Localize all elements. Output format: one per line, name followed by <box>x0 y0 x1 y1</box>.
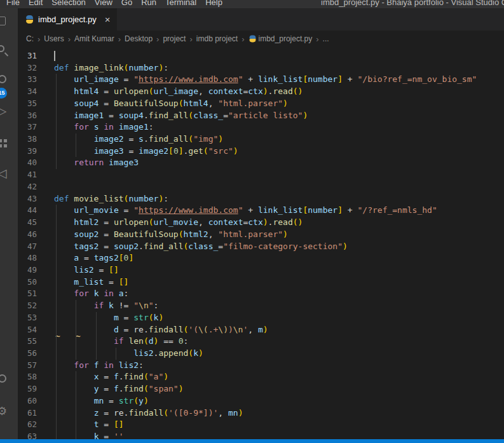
code-line-56[interactable]: 56 lis2.append(k) <box>18 348 504 360</box>
code-content: html2 = urlopen(url_movie, context=ctx).… <box>54 217 504 229</box>
menu-run[interactable]: Run <box>141 0 156 8</box>
breadcrumb-item[interactable]: Amit Kumar <box>74 34 114 43</box>
line-number: 44 <box>18 205 54 217</box>
code-line-60[interactable]: 60 mn = str(y) <box>18 395 504 407</box>
account-icon[interactable] <box>0 372 10 387</box>
code-editor[interactable]: 3132def image_link(number):33 url_image … <box>18 47 504 439</box>
breadcrumb-item[interactable]: Users <box>44 34 64 43</box>
indent-guide <box>96 348 97 360</box>
code-line-54[interactable]: 54 d = re.findall('(\(.+\))\n', m)~~ <box>18 324 504 336</box>
line-number: 40 <box>18 157 54 169</box>
indent-guide <box>76 336 76 348</box>
menu-selection[interactable]: Selection <box>51 0 85 8</box>
tab-close-icon[interactable]: × <box>105 15 111 24</box>
code-line-41[interactable]: 41 <box>18 169 504 181</box>
code-content: k = '' <box>54 431 504 439</box>
code-line-63[interactable]: 63 k = '' <box>18 431 504 439</box>
indent-guide <box>56 86 57 98</box>
code-line-44[interactable]: 44 url_movie = "https://www.imdb.com" + … <box>18 205 504 217</box>
breadcrumb-separator-icon: › <box>68 34 71 44</box>
code-content: if len(d) == 0: <box>54 336 504 348</box>
menu-edit[interactable]: Edit <box>29 0 43 8</box>
line-number: 45 <box>18 217 54 229</box>
extensions-icon[interactable] <box>0 135 10 150</box>
tab-imbd-project[interactable]: imbd_project.py × <box>18 8 117 31</box>
code-line-38[interactable]: 38 image2 = s.find_all("img") <box>18 133 504 146</box>
code-line-31[interactable]: 31 <box>18 50 504 62</box>
breadcrumb-item[interactable]: C: <box>26 34 34 43</box>
code-line-40[interactable]: 40 return image3 <box>18 157 504 169</box>
code-line-39[interactable]: 39 image3 = image2[0].get("src") <box>18 146 504 158</box>
code-line-47[interactable]: 47 tags2 = soup2.find_all(class_="filmo-… <box>18 241 504 253</box>
code-content: def movie_list(number): <box>54 193 504 205</box>
code-line-57[interactable]: 57 for f in lis2: <box>18 360 504 372</box>
indent-guide <box>76 348 76 360</box>
code-content: image3 = image2[0].get("src") <box>54 146 504 158</box>
indent-guide <box>76 133 76 146</box>
code-line-46[interactable]: 46 soup2 = BeautifulSoup(html2, "html.pa… <box>18 229 504 241</box>
line-number: 58 <box>18 371 54 383</box>
breadcrumb-item[interactable]: Desktop <box>125 34 153 43</box>
line-number: 41 <box>18 169 54 181</box>
settings-gear-icon[interactable]: ⚙ <box>0 404 10 419</box>
code-content: m_list = [] <box>54 276 504 289</box>
code-content: mn = str(y) <box>54 395 504 407</box>
indent-guide <box>56 133 57 146</box>
code-line-34[interactable]: 34 html4 = urlopen(url_image, context=ct… <box>18 86 504 98</box>
line-number: 50 <box>18 276 54 289</box>
status-bar <box>0 439 504 443</box>
menu-terminal[interactable]: Terminal <box>165 0 196 8</box>
code-line-32[interactable]: 32def image_link(number): <box>18 62 504 74</box>
indent-guide <box>76 419 76 431</box>
title-bar: FileEditSelectionViewGoRunTerminalHelp i… <box>0 0 504 8</box>
code-line-33[interactable]: 33 url_image = "https://www.imdb.com" + … <box>18 74 504 86</box>
code-content: y = f.find("span") <box>54 383 504 395</box>
breadcrumb-item[interactable]: imdb project <box>196 34 238 43</box>
menu-go[interactable]: Go <box>121 0 132 8</box>
code-content: image1 = soup4.find_all(class_="article … <box>54 110 504 122</box>
breadcrumb-item[interactable]: imbd_project.py <box>249 34 313 43</box>
breadcrumb-item[interactable]: project <box>163 34 186 43</box>
code-line-62[interactable]: 62 t = [] <box>18 419 504 431</box>
code-line-52[interactable]: 52 if k != "\n": <box>18 300 504 312</box>
line-number: 51 <box>18 288 54 300</box>
menu-view[interactable]: View <box>95 0 112 8</box>
line-number: 52 <box>18 300 54 312</box>
line-number: 43 <box>18 193 54 205</box>
indent-guide <box>76 312 76 324</box>
indent-guide <box>56 157 57 169</box>
editor-group: imbd_project.py × C:›Users›Amit Kumar›De… <box>18 8 504 439</box>
remote-icon[interactable]: ◁ <box>0 166 10 181</box>
menu-help[interactable]: Help <box>205 0 222 8</box>
code-line-50[interactable]: 50 m_list = [] <box>18 276 504 289</box>
code-line-48[interactable]: 48 a = tags2[0] <box>18 252 504 264</box>
code-line-61[interactable]: 61 z = re.findall('([0-9*])', mn) <box>18 407 504 419</box>
menu-file[interactable]: File <box>6 0 20 8</box>
line-number: 54 <box>18 324 54 336</box>
code-line-51[interactable]: 51 for k in a: <box>18 288 504 300</box>
indent-guide <box>56 205 57 217</box>
run-debug-icon[interactable]: ▷ <box>0 104 10 119</box>
code-line-36[interactable]: 36 image1 = soup4.find_all(class_="artic… <box>18 110 504 122</box>
breadcrumb-item[interactable]: ... <box>323 34 329 43</box>
breadcrumb-label: imdb project <box>196 34 238 43</box>
search-icon[interactable] <box>0 43 10 58</box>
breadcrumb-separator-icon: › <box>118 34 121 44</box>
source-control-icon[interactable] <box>0 72 10 88</box>
indent-guide <box>76 407 76 419</box>
line-number: 49 <box>18 264 54 276</box>
code-line-49[interactable]: 49 lis2 = [] <box>18 264 504 276</box>
code-line-59[interactable]: 59 y = f.find("span") <box>18 383 504 395</box>
code-line-35[interactable]: 35 soup4 = BeautifulSoup(html4, "html.pa… <box>18 98 504 110</box>
line-number: 34 <box>18 86 54 98</box>
code-line-37[interactable]: 37 for s in image1: <box>18 121 504 133</box>
code-line-42[interactable]: 42 <box>18 181 504 193</box>
code-line-55[interactable]: 55 if len(d) == 0: <box>18 336 504 348</box>
line-number: 61 <box>18 407 54 419</box>
code-line-58[interactable]: 58 x = f.find("a") <box>18 371 504 383</box>
code-line-43[interactable]: 43def movie_list(number): <box>18 193 504 205</box>
code-content <box>54 50 504 62</box>
explorer-icon[interactable] <box>0 14 10 29</box>
code-line-53[interactable]: 53 m = str(k) <box>18 312 504 324</box>
code-line-45[interactable]: 45 html2 = urlopen(url_movie, context=ct… <box>18 217 504 229</box>
